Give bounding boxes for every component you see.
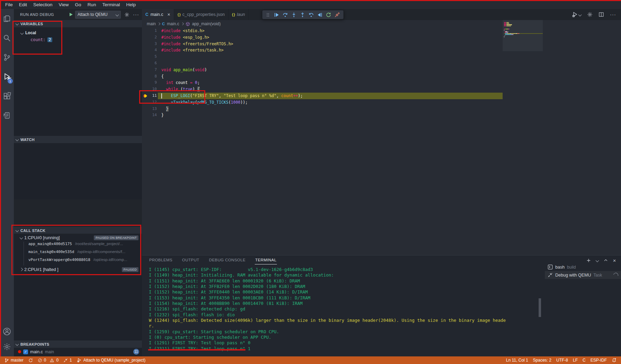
more-actions-icon[interactable]: ··· bbox=[610, 13, 616, 16]
close-panel-icon[interactable]: × bbox=[613, 258, 616, 263]
sync-button[interactable] bbox=[26, 356, 35, 364]
minimap[interactable] bbox=[503, 20, 543, 51]
code-line[interactable]: 2#include <esp_log.h> bbox=[142, 34, 621, 41]
menu-item-view[interactable]: View bbox=[56, 2, 72, 7]
cursor-position-indicator[interactable]: Ln 11, Col 1 bbox=[504, 358, 531, 363]
tab-c-cpp-properties[interactable]: { } c_cpp_properties.json bbox=[174, 9, 228, 20]
menu-item-run[interactable]: Run bbox=[84, 2, 99, 7]
code-line[interactable]: 12 vTaskDelay(pdMS_TO_TICKS(1000)); bbox=[142, 99, 621, 106]
close-icon[interactable]: × bbox=[168, 12, 170, 17]
search-icon[interactable] bbox=[0, 28, 14, 48]
stack-frame[interactable]: main_task@0x400e535d/opt/esp-idf/compone… bbox=[14, 250, 142, 258]
line-number[interactable]: 4 bbox=[142, 47, 158, 54]
code-editor[interactable]: 1#include <stdio.h>2#include <esp_log.h>… bbox=[142, 28, 621, 119]
menu-item-terminal[interactable]: Terminal bbox=[99, 2, 123, 7]
menu-item-edit[interactable]: Edit bbox=[16, 2, 30, 7]
call-stack-thread[interactable]: 2:CPU#1 [halted ]PAUSED bbox=[14, 265, 142, 273]
line-number[interactable]: 1 bbox=[142, 28, 158, 34]
problems-indicator[interactable]: 0 0 bbox=[35, 356, 61, 364]
language-indicator[interactable]: C bbox=[580, 358, 588, 363]
call-stack-thread[interactable]: 1:CPU#0 [running]PAUSED ON BREAKPOINT bbox=[14, 234, 142, 242]
new-terminal-icon[interactable] bbox=[586, 258, 591, 263]
breadcrumb-file[interactable]: main.c bbox=[167, 21, 179, 26]
accounts-icon[interactable] bbox=[0, 324, 14, 339]
menu-item-selection[interactable]: Selection bbox=[30, 2, 56, 7]
code-line[interactable]: 1#include <stdio.h> bbox=[142, 28, 621, 34]
indentation-indicator[interactable]: Spaces: 2 bbox=[531, 358, 554, 363]
line-number[interactable]: 13 bbox=[142, 106, 158, 112]
variable-count[interactable]: count: 2 bbox=[14, 36, 142, 43]
line-number[interactable]: 2 bbox=[142, 34, 158, 41]
line-number[interactable]: 3 bbox=[142, 41, 158, 47]
step-out-button[interactable] bbox=[298, 10, 307, 19]
esp-idf-indicator[interactable]: ESP-IDF bbox=[588, 358, 609, 363]
run-or-debug-button[interactable] bbox=[572, 11, 581, 18]
tasks-indicator[interactable]: 1 bbox=[61, 356, 74, 364]
line-number[interactable]: 12 bbox=[142, 99, 158, 106]
extensions-icon[interactable] bbox=[0, 86, 14, 106]
code-line[interactable]: 8{ bbox=[142, 73, 621, 80]
reverse-continue-button[interactable] bbox=[315, 10, 324, 19]
notifications-bell[interactable] bbox=[609, 358, 619, 363]
terminal-item-debug-task[interactable]: Debug with QEMU Task bbox=[545, 271, 621, 279]
tab-main-c[interactable]: C main.c × bbox=[142, 9, 174, 20]
watch-section-header[interactable]: WATCH bbox=[14, 136, 142, 143]
editor-settings-gear-icon[interactable] bbox=[587, 12, 593, 17]
toolbar-drag-handle[interactable] bbox=[263, 10, 272, 19]
tab-launch-json[interactable]: { } laun bbox=[228, 9, 249, 20]
line-number[interactable]: 8 bbox=[142, 73, 158, 80]
code-line[interactable]: 6 bbox=[142, 60, 621, 67]
eol-indicator[interactable]: LF bbox=[570, 358, 580, 363]
restart-button[interactable] bbox=[324, 10, 333, 19]
code-line[interactable]: 11 ESP_LOGI("FIRST TRY", "Test loop pass… bbox=[142, 93, 621, 99]
code-line[interactable]: 3#include <freertos/FreeRTOS.h> bbox=[142, 41, 621, 47]
variables-section-header[interactable]: VARIABLES bbox=[14, 20, 142, 27]
start-debug-icon[interactable] bbox=[70, 13, 73, 16]
encoding-indicator[interactable]: UTF-8 bbox=[554, 358, 570, 363]
terminal-output[interactable]: I (1145) cpu_start: ESP-IDF: v5.1-dev-16… bbox=[149, 267, 506, 352]
breadcrumb-folder[interactable]: main bbox=[147, 21, 156, 26]
code-line[interactable]: 4#include <freertos/task.h> bbox=[142, 47, 621, 54]
step-over-button[interactable] bbox=[281, 10, 289, 19]
line-number[interactable]: 5 bbox=[142, 54, 158, 60]
disconnect-button[interactable] bbox=[333, 10, 341, 19]
stack-frame[interactable]: app_main@0x400d5175/root/test/sample_pro… bbox=[14, 242, 142, 250]
split-editor-icon[interactable] bbox=[598, 12, 604, 17]
debug-target-indicator[interactable]: Attach to QEMU (sample_project) bbox=[74, 356, 148, 364]
code-line[interactable]: 14} bbox=[142, 112, 621, 119]
breakpoints-section-header[interactable]: BREAKPOINTS bbox=[14, 340, 142, 348]
chevron-down-icon[interactable] bbox=[595, 259, 599, 262]
code-line[interactable]: 10 while (true) { bbox=[142, 86, 621, 93]
step-back-button[interactable] bbox=[307, 10, 315, 19]
continue-button[interactable] bbox=[272, 10, 281, 19]
menu-item-help[interactable]: Help bbox=[123, 2, 139, 7]
code-line[interactable]: 13 } bbox=[142, 106, 621, 112]
source-control-icon[interactable] bbox=[0, 48, 14, 67]
line-number[interactable]: 9 bbox=[142, 80, 158, 86]
settings-gear-icon[interactable] bbox=[0, 339, 14, 354]
line-number[interactable]: 6 bbox=[142, 60, 158, 67]
debug-settings-gear-icon[interactable] bbox=[124, 12, 129, 17]
breakpoint-checkbox[interactable]: ✓ bbox=[23, 349, 28, 354]
tab-problems[interactable]: PROBLEMS bbox=[149, 256, 173, 264]
esp-idf-explorer-icon[interactable] bbox=[0, 106, 14, 125]
launch-config-select[interactable]: Attach to QEMU bbox=[75, 11, 121, 19]
git-branch-indicator[interactable]: master bbox=[2, 356, 26, 364]
tab-output[interactable]: OUTPUT bbox=[182, 256, 200, 264]
menu-item-file[interactable]: File bbox=[2, 2, 16, 7]
variables-scope-local[interactable]: Local bbox=[14, 29, 142, 36]
step-into-button[interactable] bbox=[289, 10, 298, 19]
breadcrumb-symbol[interactable]: app_main(void) bbox=[192, 21, 221, 26]
line-number[interactable]: 14 bbox=[142, 112, 158, 119]
current-breakpoint-arrow-icon[interactable] bbox=[143, 93, 148, 99]
breakpoint-item[interactable]: ✓ main.c main 11 bbox=[14, 348, 142, 356]
terminal-item-bash[interactable]: bash build bbox=[545, 263, 621, 271]
run-and-debug-icon[interactable]: 1 bbox=[0, 67, 14, 86]
tab-debug-console[interactable]: DEBUG CONSOLE bbox=[209, 256, 246, 264]
maximize-panel-icon[interactable] bbox=[603, 258, 608, 263]
code-line[interactable]: 9 int count = 0; bbox=[142, 80, 621, 86]
call-stack-section-header[interactable]: CALL STACK bbox=[14, 227, 142, 234]
stack-frame[interactable]: vPortTaskWrapper@0x40088018/opt/esp-idf/… bbox=[14, 258, 142, 265]
menu-item-go[interactable]: Go bbox=[72, 2, 84, 7]
watch-section-body[interactable] bbox=[14, 143, 142, 199]
